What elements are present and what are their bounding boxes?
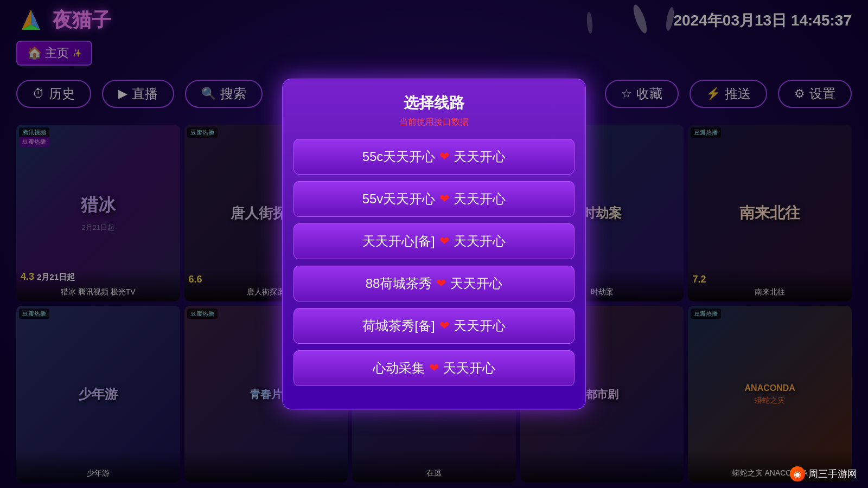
route-suffix-3: 天天开心: [454, 233, 506, 250]
heart-icon-4: ❤: [436, 277, 446, 291]
route-suffix-1: 天天开心: [454, 148, 506, 165]
heart-icon-5: ❤: [439, 319, 449, 333]
route-btn-2[interactable]: 55v天天开心 ❤ 天天开心: [293, 181, 575, 217]
route-dialog: 选择线路 当前使用接口数据 55c天天开心 ❤ 天天开心 55v天天开心 ❤ 天…: [282, 79, 586, 409]
route-btn-4[interactable]: 88荷城茶秀 ❤ 天天开心: [293, 266, 575, 301]
heart-icon-2: ❤: [439, 192, 449, 206]
route-suffix-4: 天天开心: [450, 275, 502, 292]
route-label-6: 心动采集: [373, 359, 425, 377]
route-btn-1[interactable]: 55c天天开心 ❤ 天天开心: [293, 139, 575, 175]
route-label-3: 天天开心[备]: [362, 233, 435, 250]
route-label-4: 88荷城茶秀: [366, 275, 432, 292]
watermark-icon: ◉: [790, 466, 805, 481]
watermark-text: 周三手游网: [808, 467, 857, 480]
dialog-subtitle: 当前使用接口数据: [293, 117, 575, 128]
route-btn-3[interactable]: 天天开心[备] ❤ 天天开心: [293, 223, 575, 259]
heart-icon-1: ❤: [439, 150, 449, 164]
heart-icon-3: ❤: [439, 234, 449, 248]
route-label-1: 55c天天开心: [362, 148, 436, 165]
route-suffix-2: 天天开心: [454, 190, 506, 208]
route-label-2: 55v天天开心: [362, 190, 436, 208]
route-suffix-5: 天天开心: [454, 317, 506, 335]
route-label-5: 荷城茶秀[备]: [362, 317, 435, 335]
route-btn-5[interactable]: 荷城茶秀[备] ❤ 天天开心: [293, 308, 575, 344]
watermark: ◉ 周三手游网: [790, 466, 857, 481]
route-suffix-6: 天天开心: [443, 359, 495, 377]
heart-icon-6: ❤: [429, 361, 439, 375]
route-btn-6[interactable]: 心动采集 ❤ 天天开心: [293, 350, 575, 386]
dialog-overlay: 选择线路 当前使用接口数据 55c天天开心 ❤ 天天开心 55v天天开心 ❤ 天…: [0, 0, 868, 488]
dialog-title: 选择线路: [293, 93, 575, 113]
